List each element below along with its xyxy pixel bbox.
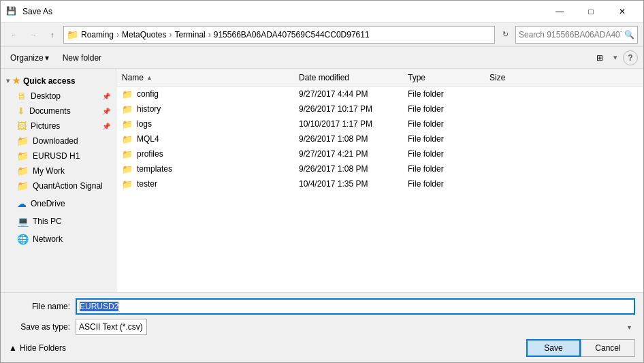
sidebar-item-documents-label: Documents <box>29 106 71 116</box>
quick-access-header[interactable]: ▾ ★ Quick access <box>1 73 116 89</box>
minimize-button[interactable]: — <box>544 1 575 22</box>
file-name-cell: 📁 MQL4 <box>122 134 299 144</box>
sidebar-item-eurusd[interactable]: 📁 EURUSD H1 <box>1 148 116 163</box>
file-name-label: history <box>137 104 161 114</box>
search-input[interactable] <box>519 30 622 40</box>
table-row[interactable]: 📁 logs 10/10/2017 1:17 PM File folder <box>116 116 643 131</box>
sidebar-item-quantaction-label: QuantAction Signal <box>33 181 103 191</box>
file-date-cell: 10/4/2017 1:35 PM <box>299 179 408 189</box>
eurusd-folder-icon: 📁 <box>17 151 29 161</box>
action-bar: ▲ Hide Folders Save Cancel <box>9 339 635 357</box>
filename-row: File name: <box>9 298 635 315</box>
view-dropdown-icon: ▾ <box>613 53 617 62</box>
organize-dropdown-icon: ▾ <box>45 53 49 63</box>
sidebar-item-pictures-label: Pictures <box>31 121 60 131</box>
sidebar-item-thispc[interactable]: 💻 This PC <box>1 214 116 229</box>
bottom-section: File name: Save as type: ASCII Text (*.c… <box>1 292 643 362</box>
hide-folders-button[interactable]: ▲ Hide Folders <box>9 343 526 353</box>
table-row[interactable]: 📁 templates 9/26/2017 1:08 PM File folde… <box>116 161 643 176</box>
file-name-cell: 📁 tester <box>122 179 299 189</box>
crumb-terminal: Terminal <box>174 30 205 40</box>
file-rows-container: 📁 config 9/27/2017 4:44 PM File folder 📁… <box>116 86 643 191</box>
savetype-select[interactable]: ASCII Text (*.csv) <box>76 319 147 335</box>
file-folder-icon: 📁 <box>122 119 133 129</box>
address-bar[interactable]: 📁 Roaming › MetaQuotes › Terminal › 9155… <box>63 26 495 44</box>
window-title: Save As <box>22 7 52 16</box>
search-box[interactable]: 🔍 <box>515 26 638 44</box>
column-date[interactable]: Date modified <box>299 73 408 82</box>
file-name-label: profiles <box>137 149 163 159</box>
file-name-label: logs <box>137 119 152 129</box>
new-folder-button[interactable]: New folder <box>59 50 106 65</box>
file-date-cell: 9/26/2017 1:08 PM <box>299 134 408 144</box>
desktop-pin-icon: 📌 <box>102 93 110 100</box>
filename-label: File name: <box>9 302 70 311</box>
sidebar: ▾ ★ Quick access 🖥 Desktop 📌 ⬇ Documents… <box>1 69 116 292</box>
file-folder-icon: 📁 <box>122 89 133 99</box>
crumb-roaming: Roaming <box>81 30 114 40</box>
sidebar-item-desktop[interactable]: 🖥 Desktop 📌 <box>1 89 116 104</box>
quick-access-label: Quick access <box>23 76 76 86</box>
table-row[interactable]: 📁 MQL4 9/26/2017 1:08 PM File folder <box>116 131 643 146</box>
sidebar-item-network[interactable]: 🌐 Network <box>1 232 116 247</box>
title-bar: 💾 Save As — □ ✕ <box>1 1 643 22</box>
pictures-pin-icon: 📌 <box>102 123 110 130</box>
documents-pin-icon: 📌 <box>102 108 110 115</box>
file-type-cell: File folder <box>408 164 489 174</box>
column-name[interactable]: Name ▲ <box>122 73 299 82</box>
column-type-label: Type <box>408 73 425 82</box>
sidebar-item-mywork[interactable]: 📁 My Work <box>1 163 116 178</box>
table-row[interactable]: 📁 profiles 9/27/2017 4:21 PM File folder <box>116 146 643 161</box>
column-type[interactable]: Type <box>408 73 489 82</box>
file-folder-icon: 📁 <box>122 179 133 189</box>
back-button[interactable]: ← <box>6 27 22 43</box>
network-section: 🌐 Network <box>1 230 116 248</box>
sidebar-item-pictures[interactable]: 🖼 Pictures 📌 <box>1 119 116 133</box>
organize-button[interactable]: Organize ▾ <box>6 50 53 65</box>
help-button[interactable]: ? <box>623 50 638 65</box>
sidebar-item-thispc-label: This PC <box>33 217 62 226</box>
file-type-cell: File folder <box>408 179 489 189</box>
network-icon: 🌐 <box>17 234 29 244</box>
file-date-cell: 9/27/2017 4:44 PM <box>299 89 408 99</box>
refresh-button[interactable]: ↻ <box>498 27 513 42</box>
quick-access-chevron: ▾ <box>6 77 10 84</box>
filename-input[interactable] <box>76 298 635 315</box>
cancel-button[interactable]: Cancel <box>581 339 635 357</box>
forward-button[interactable]: → <box>25 27 42 43</box>
sidebar-item-desktop-label: Desktop <box>31 91 61 101</box>
mywork-folder-icon: 📁 <box>17 165 29 176</box>
hide-folders-label: Hide Folders <box>20 343 66 353</box>
save-label: Save <box>544 343 562 353</box>
thispc-icon: 💻 <box>17 216 29 227</box>
file-folder-icon: 📁 <box>122 134 133 144</box>
file-list-header: Name ▲ Date modified Type Size <box>116 69 643 86</box>
crumb-metaquotes: MetaQuotes <box>122 30 166 40</box>
sidebar-item-onedrive-label: OneDrive <box>31 199 65 208</box>
sidebar-item-quantaction[interactable]: 📁 QuantAction Signal <box>1 178 116 193</box>
file-type-cell: File folder <box>408 134 489 144</box>
crumb-sep-1: › <box>116 30 119 40</box>
view-options-button[interactable]: ⊞ <box>592 50 608 65</box>
save-button[interactable]: Save <box>526 339 581 357</box>
maximize-button[interactable]: □ <box>575 1 607 22</box>
file-type-cell: File folder <box>408 119 489 129</box>
column-size-label: Size <box>489 73 505 82</box>
sidebar-item-onedrive[interactable]: ☁ OneDrive <box>1 196 116 211</box>
search-icon: 🔍 <box>624 30 634 40</box>
file-type-cell: File folder <box>408 149 489 159</box>
sidebar-item-documents[interactable]: ⬇ Documents 📌 <box>1 104 116 119</box>
up-button[interactable]: ↑ <box>44 27 61 43</box>
table-row[interactable]: 📁 tester 10/4/2017 1:35 PM File folder <box>116 176 643 191</box>
close-button[interactable]: ✕ <box>607 1 638 22</box>
quantaction-folder-icon: 📁 <box>17 180 29 191</box>
sidebar-item-downloaded[interactable]: 📁 Downloaded <box>1 133 116 148</box>
quick-access-star-icon: ★ <box>12 76 20 86</box>
column-size[interactable]: Size <box>489 73 544 82</box>
savetype-label: Save as type: <box>9 322 70 332</box>
table-row[interactable]: 📁 config 9/27/2017 4:44 PM File folder <box>116 86 643 101</box>
table-row[interactable]: 📁 history 9/26/2017 10:17 PM File folder <box>116 101 643 116</box>
main-content: ▾ ★ Quick access 🖥 Desktop 📌 ⬇ Documents… <box>1 69 643 292</box>
sidebar-item-mywork-label: My Work <box>33 166 65 176</box>
file-name-cell: 📁 logs <box>122 119 299 129</box>
